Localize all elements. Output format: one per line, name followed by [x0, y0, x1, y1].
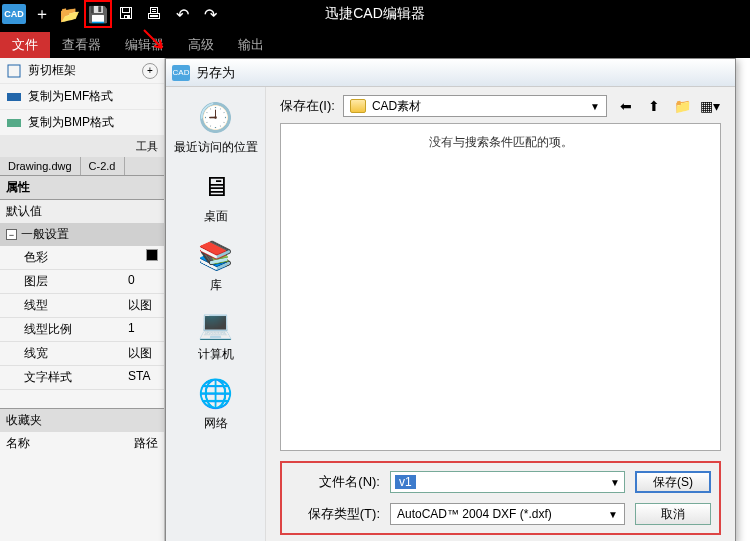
saveas-icon[interactable]: 🖫 — [112, 0, 140, 28]
tab-viewer[interactable]: 查看器 — [50, 32, 113, 58]
desktop-icon: 🖥 — [196, 168, 236, 204]
sidebar-network[interactable]: 🌐网络 — [166, 369, 265, 438]
sidebar-recent[interactable]: 🕘最近访问的位置 — [166, 93, 265, 162]
chevron-down-icon: ▼ — [608, 509, 618, 520]
location-value: CAD素材 — [372, 98, 421, 115]
chevron-down-icon: ▼ — [610, 477, 620, 488]
collapse-icon[interactable]: − — [6, 229, 17, 240]
dialog-title-bar: CAD 另存为 — [166, 59, 735, 87]
empty-message: 没有与搜索条件匹配的项。 — [429, 134, 573, 151]
app-title: 迅捷CAD编辑器 — [325, 5, 425, 23]
dialog-title: 另存为 — [196, 64, 235, 82]
back-icon[interactable]: ⬅ — [615, 96, 637, 116]
prop-layer[interactable]: 图层0 — [0, 270, 164, 294]
svg-rect-1 — [7, 93, 21, 101]
chevron-down-icon: ▼ — [590, 101, 600, 112]
file-list[interactable]: 没有与搜索条件匹配的项。 — [280, 123, 721, 451]
cancel-button[interactable]: 取消 — [635, 503, 711, 525]
color-swatch — [146, 249, 158, 261]
tab-editor[interactable]: 编辑器 — [113, 32, 176, 58]
doc-tab-2[interactable]: C-2.d — [81, 157, 125, 175]
crop-icon — [6, 63, 22, 79]
library-icon: 📚 — [196, 237, 236, 273]
main-area: CAD 另存为 🕘最近访问的位置 🖥桌面 📚库 💻计算机 🌐网络 保存在(I): — [165, 58, 750, 541]
computer-icon: 💻 — [196, 306, 236, 342]
props-general-label: 一般设置 — [21, 226, 69, 243]
filename-value: v1 — [395, 475, 416, 489]
folder-icon — [350, 99, 366, 113]
filetype-label: 保存类型(T): — [290, 505, 380, 523]
dialog-icon: CAD — [172, 65, 190, 81]
tool-emf-label: 复制为EMF格式 — [28, 88, 113, 105]
props-defaults: 默认值 — [0, 199, 164, 223]
view-icon[interactable]: ▦▾ — [699, 96, 721, 116]
menu-bar: 文件 查看器 编辑器 高级 输出 — [0, 28, 750, 58]
tab-file[interactable]: 文件 — [0, 32, 50, 58]
tool-crop-label: 剪切框架 — [28, 62, 76, 79]
prop-width[interactable]: 线宽以图 — [0, 342, 164, 366]
tool-emf[interactable]: 复制为EMF格式 — [0, 84, 164, 110]
doc-tabs: Drawing.dwg C-2.d — [0, 157, 164, 175]
doc-tab-1[interactable]: Drawing.dwg — [0, 157, 81, 175]
dialog-sidebar: 🕘最近访问的位置 🖥桌面 📚库 💻计算机 🌐网络 — [166, 87, 266, 541]
bottom-panel: 文件名(N): v1 ▼ 保存(S) 保存类型(T): AutoCAD™ 200… — [280, 461, 721, 535]
saveas-dialog: CAD 另存为 🕘最近访问的位置 🖥桌面 📚库 💻计算机 🌐网络 保存在(I): — [165, 58, 736, 541]
open-icon[interactable]: 📂 — [56, 0, 84, 28]
title-bar: CAD ＋ 📂 💾 🖫 🖶 ↶ ↷ 迅捷CAD编辑器 — [0, 0, 750, 28]
filename-input[interactable]: v1 ▼ — [390, 471, 625, 493]
save-icon[interactable]: 💾 — [84, 0, 112, 28]
redo-icon[interactable]: ↷ — [196, 0, 224, 28]
recent-icon: 🕘 — [196, 99, 236, 135]
bmp-icon — [6, 115, 22, 131]
tab-output[interactable]: 输出 — [226, 32, 276, 58]
emf-icon — [6, 89, 22, 105]
tab-advanced[interactable]: 高级 — [176, 32, 226, 58]
fav-cols: 名称路径 — [0, 432, 164, 455]
filename-label: 文件名(N): — [290, 473, 380, 491]
print-icon[interactable]: 🖶 — [140, 0, 168, 28]
save-button[interactable]: 保存(S) — [635, 471, 711, 493]
prop-linetype[interactable]: 线型以图 — [0, 294, 164, 318]
network-icon: 🌐 — [196, 375, 236, 411]
newfolder-icon[interactable]: 📁 — [671, 96, 693, 116]
prop-style[interactable]: 文字样式STA — [0, 366, 164, 390]
up-icon[interactable]: ⬆ — [643, 96, 665, 116]
tool-crop[interactable]: 剪切框架 + — [0, 58, 164, 84]
location-combo[interactable]: CAD素材 ▼ — [343, 95, 607, 117]
sidebar-computer[interactable]: 💻计算机 — [166, 300, 265, 369]
sidebar-library[interactable]: 📚库 — [166, 231, 265, 300]
sidebar-desktop[interactable]: 🖥桌面 — [166, 162, 265, 231]
svg-rect-2 — [7, 119, 21, 127]
plus-icon[interactable]: + — [142, 63, 158, 79]
filetype-combo[interactable]: AutoCAD™ 2004 DXF (*.dxf) ▼ — [390, 503, 625, 525]
tools-header: 工具 — [0, 136, 164, 157]
filetype-value: AutoCAD™ 2004 DXF (*.dxf) — [397, 507, 552, 521]
left-panel: 剪切框架 + 复制为EMF格式 复制为BMP格式 工具 Drawing.dwg … — [0, 58, 165, 541]
props-general[interactable]: − 一般设置 — [0, 223, 164, 246]
fav-header: 收藏夹 — [0, 408, 164, 432]
new-icon[interactable]: ＋ — [28, 0, 56, 28]
prop-scale[interactable]: 线型比例1 — [0, 318, 164, 342]
undo-icon[interactable]: ↶ — [168, 0, 196, 28]
tool-bmp-label: 复制为BMP格式 — [28, 114, 114, 131]
svg-rect-0 — [8, 65, 20, 77]
app-icon: CAD — [2, 4, 26, 24]
tool-bmp[interactable]: 复制为BMP格式 — [0, 110, 164, 136]
location-label: 保存在(I): — [280, 97, 335, 115]
props-header: 属性 — [0, 175, 164, 199]
prop-color[interactable]: 色彩 — [0, 246, 164, 270]
